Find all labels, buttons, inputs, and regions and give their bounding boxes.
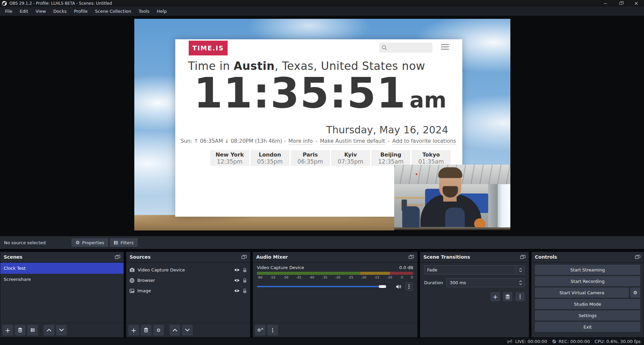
- city-box-beijing: Beijing 12:35am: [371, 150, 410, 166]
- virtual-camera-config-button[interactable]: ⚙: [630, 288, 640, 298]
- kebab-icon: [408, 284, 410, 289]
- minimize-button[interactable]: [598, 0, 613, 7]
- duration-spinner[interactable]: 300 ms: [446, 278, 525, 287]
- program-canvas[interactable]: TIME.IS Time in Austin, Texas, United St…: [134, 19, 510, 230]
- menu-item-profile[interactable]: Profile: [70, 7, 91, 16]
- eye-icon[interactable]: [234, 278, 240, 282]
- eye-icon[interactable]: [234, 289, 240, 293]
- add-favorite-link: Add to favorite locations: [392, 138, 456, 144]
- properties-button[interactable]: ⚙ Properties: [72, 238, 108, 247]
- record-inactive-icon: [552, 339, 556, 344]
- studio-mode-button[interactable]: Studio Mode: [535, 299, 640, 309]
- live-status: LIVE: 00:00:00: [507, 339, 547, 344]
- popout-icon[interactable]: [115, 255, 120, 259]
- menu-item-edit[interactable]: Edit: [16, 7, 32, 16]
- eye-icon[interactable]: [234, 268, 240, 272]
- settings-button[interactable]: Settings: [535, 310, 640, 320]
- kebab-icon: [519, 294, 521, 299]
- arrow-up-icon: [47, 329, 51, 332]
- window-controls: [598, 0, 644, 7]
- restore-button[interactable]: [613, 0, 629, 7]
- obs-logo-icon: [2, 1, 7, 6]
- volume-slider-handle[interactable]: [379, 285, 386, 288]
- source-row-image[interactable]: Image: [126, 286, 250, 296]
- popout-icon[interactable]: [520, 255, 525, 259]
- menu-item-view[interactable]: View: [32, 7, 50, 16]
- filter-icon: [114, 241, 118, 245]
- source-properties-button[interactable]: ⚙: [153, 325, 164, 336]
- mixer-menu-button[interactable]: [267, 325, 278, 336]
- lock-icon[interactable]: [243, 278, 247, 283]
- remove-source-button[interactable]: [141, 325, 151, 336]
- arrow-down-icon: [59, 329, 64, 332]
- advanced-audio-gears-icon: ⚙⚙: [257, 328, 264, 333]
- timeis-logo: TIME.IS: [189, 41, 228, 55]
- remove-scene-button[interactable]: [15, 325, 26, 336]
- rec-status: REC: 00:00:00: [552, 339, 590, 344]
- source-row-browser[interactable]: Browser: [126, 275, 250, 286]
- start-virtual-camera-button[interactable]: Start Virtual Camera: [535, 288, 629, 298]
- speaker-icon[interactable]: [396, 284, 402, 289]
- add-source-button[interactable]: +: [128, 325, 139, 336]
- trash-icon: [505, 294, 510, 299]
- mixer-channel-name: Video Capture Device: [257, 265, 304, 270]
- status-bar: LIVE: 00:00:00 REC: 00:00:00 CPU: 0.6%, …: [0, 338, 644, 345]
- add-scene-button[interactable]: +: [2, 325, 13, 336]
- meter-scale: -60-55-50-45-40-35-30-25-20-15-10-50: [257, 275, 413, 279]
- menu-bar: File Edit View Docks Profile Scene Colle…: [0, 7, 644, 16]
- lock-icon[interactable]: [243, 268, 247, 272]
- city-box-london: London 05:35pm: [250, 150, 289, 166]
- search-icon: [381, 45, 387, 51]
- lock-icon[interactable]: [243, 289, 247, 293]
- hamburger-menu-icon: [441, 44, 449, 50]
- chevron-up-down-icon: [516, 266, 524, 274]
- audio-mixer-header: Audio Mixer: [253, 252, 417, 263]
- scene-filters-button[interactable]: [27, 325, 38, 336]
- trash-icon: [144, 328, 148, 333]
- menu-item-file[interactable]: File: [1, 7, 16, 16]
- remove-transition-button[interactable]: [503, 292, 512, 301]
- transition-select[interactable]: Fade: [424, 265, 525, 274]
- start-recording-button[interactable]: Start Recording: [535, 276, 640, 286]
- image-icon: [130, 289, 134, 293]
- start-streaming-button[interactable]: Start Streaming: [535, 265, 640, 275]
- source-toolbar: No source selected ⚙ Properties Filters: [0, 236, 644, 249]
- exit-button[interactable]: Exit: [535, 322, 640, 332]
- source-row-video-capture[interactable]: Video Capture Device: [126, 265, 250, 275]
- close-button[interactable]: [629, 0, 644, 7]
- popout-icon[interactable]: [409, 255, 414, 259]
- clock-meridiem: am: [410, 88, 447, 113]
- volume-slider[interactable]: [257, 284, 393, 289]
- menu-item-scene-collection[interactable]: Scene Collection: [91, 7, 135, 16]
- add-transition-button[interactable]: +: [491, 292, 500, 301]
- scene-item-clock-test[interactable]: Clock Test: [0, 263, 124, 274]
- move-source-up-button[interactable]: [170, 325, 180, 336]
- mixer-options-button[interactable]: [405, 282, 413, 291]
- scenes-footer: +: [0, 322, 124, 337]
- controls-panel: Controls Start Streaming Start Recording…: [531, 252, 644, 338]
- menu-item-tools[interactable]: Tools: [135, 7, 153, 16]
- popout-icon[interactable]: [635, 255, 640, 259]
- globe-icon: [130, 278, 134, 283]
- scene-item-screenshare[interactable]: Screenshare: [0, 274, 124, 285]
- restore-icon: [619, 2, 622, 5]
- make-default-link: Make Austin time default: [320, 138, 385, 144]
- timeis-search-box: [379, 43, 432, 53]
- controls-header: Controls: [532, 252, 644, 263]
- popout-icon[interactable]: [241, 255, 247, 259]
- more-info-link: More info: [288, 138, 313, 144]
- window-title: OBS 29.1.2 - Profile: LLHLS BETA - Scene…: [9, 1, 112, 6]
- sources-header: Sources: [126, 252, 250, 263]
- menu-item-docks[interactable]: Docks: [50, 7, 70, 16]
- transition-options-button[interactable]: [515, 292, 525, 301]
- spinner-arrows-icon[interactable]: [516, 281, 524, 285]
- gear-icon: ⚙: [156, 328, 161, 333]
- move-scene-up-button[interactable]: [44, 325, 54, 336]
- advanced-audio-button[interactable]: ⚙⚙: [255, 325, 266, 336]
- filters-button[interactable]: Filters: [110, 238, 138, 247]
- menu-item-help[interactable]: Help: [153, 7, 171, 16]
- move-source-down-button[interactable]: [182, 325, 193, 336]
- mixer-channel: Video Capture Device 0.0 dB -60-55-50-45…: [253, 263, 417, 291]
- kebab-icon: [272, 328, 273, 333]
- move-scene-down-button[interactable]: [56, 325, 67, 336]
